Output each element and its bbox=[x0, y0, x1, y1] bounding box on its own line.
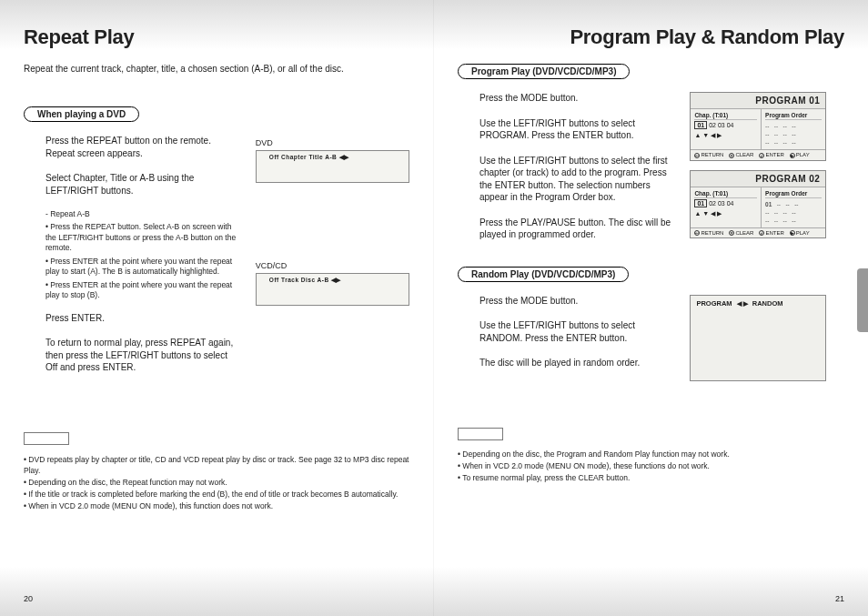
notes-right: Depending on the disc, the Program and R… bbox=[458, 428, 844, 484]
note: Depending on the disc, the Program and R… bbox=[458, 449, 844, 460]
note: When in VCD 2.0 mode (MENU ON mode), thi… bbox=[24, 500, 409, 512]
figure-column: PROGRAM 01 Chap. (T:01) 01 02 03 04 ▲ ▼ … bbox=[690, 92, 844, 254]
substeps: - Repeat A-B Press the REPEAT button. Se… bbox=[45, 209, 239, 301]
notes-box-icon bbox=[24, 432, 69, 445]
step: Press the REPEAT button on the remote. R… bbox=[45, 135, 239, 159]
panel-order-label: Program Order bbox=[765, 112, 822, 120]
step: Press ENTER. bbox=[45, 312, 239, 325]
steps-column: Press the REPEAT button on the remote. R… bbox=[24, 135, 239, 387]
osd-bar-dvd: Off Chapter Title A-B ◀▶ bbox=[260, 154, 405, 161]
section-pill-program: Program Play (DVD/VCD/CD/MP3) bbox=[458, 64, 630, 79]
note: Depending on the disc, the Repeat functi… bbox=[24, 477, 409, 489]
note: To resume normal play, press the CLEAR b… bbox=[458, 472, 844, 484]
note: DVD repeats play by chapter or title, CD… bbox=[24, 454, 409, 478]
panel-chap-label: Chap. (T:01) bbox=[694, 112, 757, 120]
program-panel-1: PROGRAM 01 Chap. (T:01) 01 02 03 04 ▲ ▼ … bbox=[690, 92, 826, 161]
play-icon: ▶ bbox=[790, 230, 795, 236]
chap-highlight: 01 bbox=[694, 121, 707, 129]
enter-icon: ↲ bbox=[759, 153, 764, 158]
clear-icon: ✕ bbox=[729, 230, 734, 236]
steps-column: Press the MODE button. Use the LEFT/RIGH… bbox=[458, 92, 673, 254]
substep: Press the REPEAT button. Select A-B on s… bbox=[45, 222, 239, 253]
panel-chap-label: Chap. (T:01) bbox=[694, 190, 757, 198]
substep-head: - Repeat A-B bbox=[45, 209, 239, 219]
step: Press the MODE button. bbox=[479, 92, 673, 105]
page-number-right: 21 bbox=[835, 594, 844, 603]
note: When in VCD 2.0 mode (MENU ON mode), the… bbox=[458, 460, 844, 472]
step: Use the LEFT/RIGHT buttons to select RAN… bbox=[479, 319, 673, 344]
random-panel: PROGRAM ◀ ▶ RANDOM bbox=[690, 295, 826, 381]
osd-bar-vcd: Off Track Disc A-B ◀▶ bbox=[260, 277, 405, 284]
figure-label-vcd: VCD/CD bbox=[256, 261, 409, 270]
steps-column: Press the MODE button. Use the LEFT/RIGH… bbox=[458, 295, 673, 382]
chap-highlight: 01 bbox=[694, 199, 707, 207]
enter-icon: ↲ bbox=[759, 230, 764, 236]
play-icon: ▶ bbox=[790, 153, 795, 158]
arrows-icon: ◀ ▶ bbox=[737, 300, 748, 307]
step: Use the LEFT/RIGHT buttons to select PRO… bbox=[479, 117, 673, 142]
step: The disc will be played in random order. bbox=[479, 357, 673, 369]
step: Press the MODE button. bbox=[479, 295, 673, 308]
note: If the title or track is completed befor… bbox=[24, 489, 409, 500]
figure-label-dvd: DVD bbox=[256, 138, 409, 147]
step: To return to normal play, press REPEAT a… bbox=[45, 337, 239, 374]
notes-box-icon bbox=[458, 428, 503, 440]
panel-title: PROGRAM 01 bbox=[691, 93, 825, 109]
page-right: Program Play & Random Play Program Play … bbox=[434, 0, 868, 616]
substep: Press ENTER at the point where you want … bbox=[45, 257, 239, 278]
page-number-left: 20 bbox=[24, 594, 33, 603]
panel-chap-row: 01 02 03 04 bbox=[694, 122, 757, 128]
page-title-left: Repeat Play bbox=[24, 25, 409, 49]
step: Press the PLAY/PAUSE button. The disc wi… bbox=[479, 217, 673, 241]
section-pill-random: Random Play (DVD/VCD/CD/MP3) bbox=[458, 267, 629, 282]
substep: Press ENTER at the point where you want … bbox=[45, 280, 239, 301]
osd-vcd: Off Track Disc A-B ◀▶ bbox=[256, 273, 409, 306]
panel-order-label: Program Order bbox=[765, 190, 822, 198]
random-bar: PROGRAM ◀ ▶ RANDOM bbox=[691, 296, 825, 311]
figure-column: PROGRAM ◀ ▶ RANDOM bbox=[690, 295, 844, 382]
nav-arrows-icon: ▲ ▼ ◀ ▶ bbox=[694, 210, 757, 217]
panel-title: PROGRAM 02 bbox=[691, 171, 825, 187]
section-pill-dvd: When playing a DVD bbox=[24, 106, 139, 122]
return-icon: ↩ bbox=[694, 153, 700, 158]
return-icon: ↩ bbox=[694, 230, 700, 236]
page-title-right: Program Play & Random Play bbox=[458, 25, 844, 49]
intro-text: Repeat the current track, chapter, title… bbox=[24, 64, 409, 74]
nav-arrows-icon: ▲ ▼ ◀ ▶ bbox=[694, 132, 757, 139]
side-tab bbox=[857, 268, 868, 332]
panel-order-slots: -- -- -- ---- -- -- ---- -- -- -- bbox=[765, 122, 822, 146]
panel-footer: ↩RETURN ✕CLEAR ↲ENTER ▶PLAY bbox=[691, 227, 825, 237]
step: Use the LEFT/RIGHT buttons to select the… bbox=[479, 155, 673, 204]
panel-order-slots: 01 -- -- ---- -- -- ---- -- -- -- bbox=[765, 200, 822, 225]
panel-footer: ↩RETURN ✕CLEAR ↲ENTER ▶PLAY bbox=[691, 149, 825, 159]
program-panel-2: PROGRAM 02 Chap. (T:01) 01 02 03 04 ▲ ▼ … bbox=[690, 170, 826, 239]
page-left: Repeat Play Repeat the current track, ch… bbox=[0, 0, 434, 616]
step: Select Chapter, Title or A-B using the L… bbox=[45, 172, 239, 197]
panel-chap-row: 01 02 03 04 bbox=[694, 200, 757, 207]
osd-dvd: Off Chapter Title A-B ◀▶ bbox=[256, 150, 409, 183]
figure-column: DVD Off Chapter Title A-B ◀▶ VCD/CD Off … bbox=[256, 135, 409, 387]
notes-left: DVD repeats play by chapter or title, CD… bbox=[24, 432, 409, 512]
clear-icon: ✕ bbox=[729, 153, 734, 158]
